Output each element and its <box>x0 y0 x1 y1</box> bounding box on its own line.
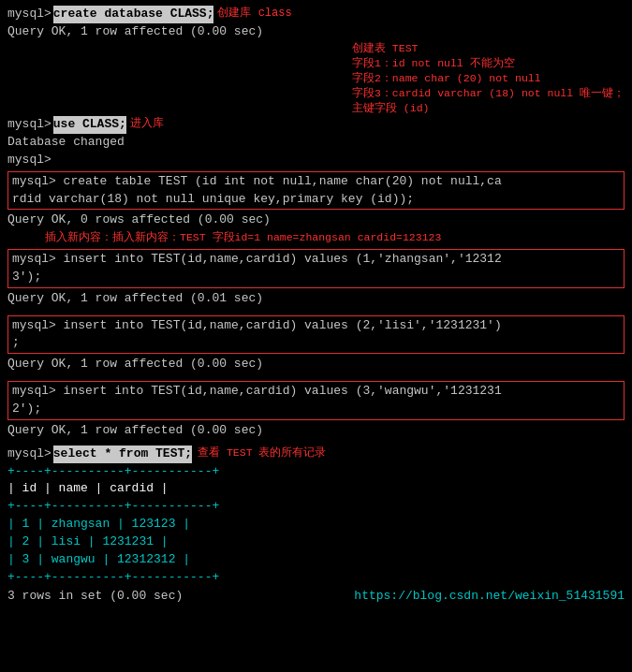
i2-2: ; <box>12 335 20 349</box>
annotation-block-create-table: 创建表 TEST 字段1：id not null 不能为空 字段2：name c… <box>7 41 625 116</box>
table-row-2: | 2 | lisi | 1231231 | <box>7 533 625 551</box>
table-sep-1: +----+----------+-----------+ <box>7 463 625 481</box>
insert-hint-indent: 插入新内容： <box>7 231 112 243</box>
cmd-create-db: create database CLASS; <box>53 6 214 23</box>
i3-2: 2'); <box>12 402 41 416</box>
footer: 3 rows in set (0.00 sec) https://blog.cs… <box>7 588 625 606</box>
ok-text-3: Query OK, 1 row affected (0.01 sec) <box>7 291 263 305</box>
ins1-line-2: 3'); <box>12 269 620 286</box>
line-use-class: mysql> use CLASS; 进入库 <box>7 116 625 134</box>
db-changed: Database changed <box>7 134 625 152</box>
prompt-select: mysql> <box>7 446 51 463</box>
annotation-insert-hint-text: 插入新内容：插入新内容：TEST 字段id=1 name=zhangsan ca… <box>7 231 441 243</box>
ins2-line-2: ; <box>12 334 620 352</box>
footer-left: 3 rows in set (0.00 sec) <box>7 588 183 606</box>
ok-1: Query OK, 1 row affected (0.00 sec) <box>7 23 625 41</box>
terminal: mysql> create database CLASS; 创建库 class … <box>7 6 625 606</box>
ins2-line-1: mysql> insert into TEST(id,name,cardid) … <box>12 317 620 335</box>
annotation-create-table-text: 创建表 TEST 字段1：id not null 不能为空 字段2：name c… <box>352 41 625 116</box>
annotation-use: 进入库 <box>130 116 164 132</box>
ins3-line-1: mysql> insert into TEST(id,name,cardid) … <box>12 383 620 401</box>
ok-text-1: Query OK, 1 row affected (0.00 sec) <box>7 24 263 38</box>
ok-text-2: Query OK, 0 rows affected (0.00 sec) <box>7 212 271 226</box>
ann-line-2: 字段2：name char (20) not null <box>352 71 625 86</box>
create-table-line-2: rdid varchar(18) not null unique key,pri… <box>12 191 620 209</box>
cmd-select: select * from TEST; <box>53 446 192 463</box>
ok-2: Query OK, 0 rows affected (0.00 sec) <box>7 212 625 229</box>
table-row-3: | 3 | wangwu | 12312312 | <box>7 551 625 569</box>
prompt-1: mysql> <box>7 6 51 23</box>
table-row-1: | 1 | zhangsan | 123123 | <box>7 516 625 533</box>
spacer-2 <box>7 373 625 379</box>
cmd-use: use CLASS; <box>53 116 126 134</box>
block-insert-3: mysql> insert into TEST(id,name,cardid) … <box>7 381 625 420</box>
ann-line-4: 主键字段 (id) <box>352 101 625 116</box>
spacer-1 <box>7 308 625 314</box>
ann-line-1: 字段1：id not null 不能为空 <box>352 56 625 71</box>
ann-line-3: 字段3：cardid varchar (18) not null 唯一键； <box>352 86 625 101</box>
footer-url: https://blog.csdn.net/weixin_51431591 <box>354 588 625 606</box>
block-create-table: mysql> create table TEST (id int not nul… <box>7 171 625 211</box>
empty-prompt-text: mysql> <box>7 153 51 167</box>
annotation-select: 查看 TEST 表的所有记录 <box>198 446 326 461</box>
db-changed-text: Database changed <box>7 135 125 149</box>
ins1-line-1: mysql> insert into TEST(id,name,cardid) … <box>12 251 620 269</box>
block-insert-2: mysql> insert into TEST(id,name,cardid) … <box>7 315 625 355</box>
empty-prompt: mysql> <box>7 152 625 169</box>
block-insert-1: mysql> insert into TEST(id,name,cardid) … <box>7 249 625 288</box>
annotation-create-db: 创建库 class <box>217 6 291 22</box>
ok-text-5: Query OK, 1 row affected (0.00 sec) <box>7 423 263 437</box>
annotation-insert-hint: 插入新内容：插入新内容：TEST 字段id=1 name=zhangsan ca… <box>7 229 625 247</box>
ok-text-4: Query OK, 1 row affected (0.00 sec) <box>7 357 263 371</box>
i2-1: mysql> insert into TEST(id,name,cardid) … <box>12 318 502 332</box>
create-table-line-1: mysql> create table TEST (id int not nul… <box>12 173 620 191</box>
ct-2: rdid varchar(18) not null unique key,pri… <box>12 192 414 206</box>
line-select: mysql> select * from TEST; 查看 TEST 表的所有记… <box>7 446 625 463</box>
ct-1: mysql> create table TEST (id int not nul… <box>12 174 502 188</box>
prompt-use: mysql> <box>7 116 51 134</box>
table-header-row: | id | name | cardid | <box>7 480 625 498</box>
i1-1: mysql> insert into TEST(id,name,cardid) … <box>12 252 502 266</box>
insert-hint-content: 插入新内容：TEST 字段id=1 name=zhangsan cardid=1… <box>112 231 441 243</box>
table-sep-3: +----+----------+-----------+ <box>7 569 625 587</box>
i3-1: mysql> insert into TEST(id,name,cardid) … <box>12 384 502 398</box>
line-create-db: mysql> create database CLASS; 创建库 class <box>7 6 625 23</box>
table-sep-2: +----+----------+-----------+ <box>7 498 625 516</box>
ok-4: Query OK, 1 row affected (0.00 sec) <box>7 356 625 373</box>
ok-5: Query OK, 1 row affected (0.00 sec) <box>7 422 625 440</box>
ins3-line-2: 2'); <box>12 401 620 418</box>
ann-line-0: 创建表 TEST <box>352 41 625 56</box>
ok-3: Query OK, 1 row affected (0.01 sec) <box>7 290 625 308</box>
i1-2: 3'); <box>12 270 41 284</box>
